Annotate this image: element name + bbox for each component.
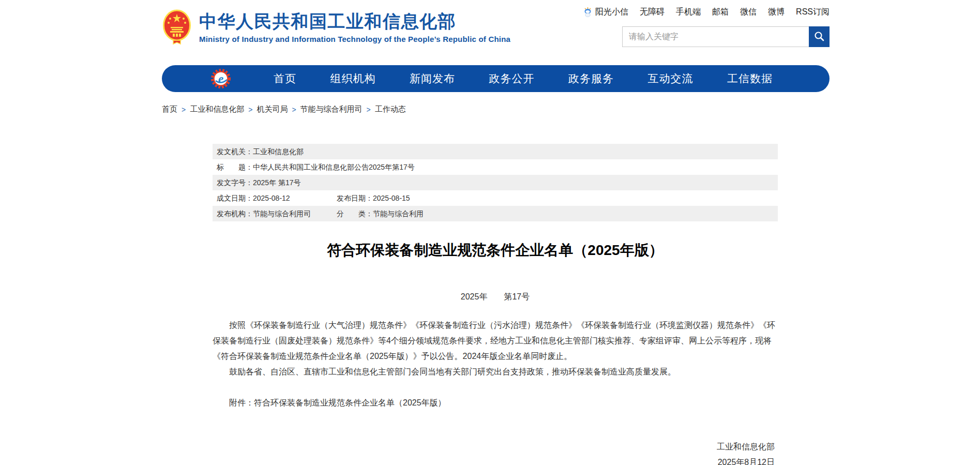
nav-item-miit-data[interactable]: 工信数据 bbox=[727, 71, 773, 86]
meta-value: 2025-08-15 bbox=[373, 190, 410, 206]
meta-label: 发布日期： bbox=[337, 190, 373, 206]
attachment-link[interactable]: 附件：符合环保装备制造业规范条件企业名单（2025年版） bbox=[213, 395, 778, 411]
search-icon bbox=[813, 31, 825, 43]
breadcrumb-separator: > bbox=[292, 106, 296, 114]
meta-value: 2025年 第17号 bbox=[253, 175, 301, 190]
meta-label: 标 题： bbox=[217, 159, 253, 175]
search-bar bbox=[622, 26, 830, 47]
breadcrumb-current: 工作动态 bbox=[375, 104, 406, 114]
meta-value: 节能与综合利用司 bbox=[253, 206, 311, 221]
top-link-rss[interactable]: RSS订阅 bbox=[796, 7, 830, 18]
meta-table: 发文机关： 工业和信息化部 标 题： 中华人民共和国工业和信息化部公告2025年… bbox=[213, 144, 778, 221]
main-nav: e 首页 组织机构 新闻发布 政务公开 政务服务 互动交流 工信数据 bbox=[162, 65, 830, 92]
nav-item-interaction[interactable]: 互动交流 bbox=[648, 71, 693, 86]
miit-logo-icon[interactable]: e bbox=[209, 67, 232, 90]
doc-number: 2025年 第17号 bbox=[213, 289, 778, 305]
breadcrumb-separator: > bbox=[367, 106, 371, 114]
top-link-mail[interactable]: 邮箱 bbox=[712, 7, 729, 18]
page: 中华人民共和国工业和信息化部 Ministry of Industry and … bbox=[0, 0, 980, 465]
breadcrumb-home[interactable]: 首页 bbox=[162, 104, 177, 114]
meta-value: 2025-08-12 bbox=[253, 190, 290, 206]
nav-item-gov-services[interactable]: 政务服务 bbox=[568, 71, 614, 86]
meta-value: 工业和信息化部 bbox=[253, 144, 304, 159]
meta-row: 发文字号： 2025年 第17号 bbox=[213, 175, 778, 190]
article-title: 符合环保装备制造业规范条件企业名单（2025年版） bbox=[213, 240, 778, 261]
meta-label: 发文机关： bbox=[217, 144, 253, 159]
top-link-mobile[interactable]: 手机端 bbox=[676, 7, 701, 18]
nav-items: 首页 组织机构 新闻发布 政务公开 政务服务 互动交流 工信数据 bbox=[232, 71, 830, 86]
meta-label: 发布机构： bbox=[217, 206, 253, 221]
site-title: 中华人民共和国工业和信息化部 bbox=[199, 11, 510, 32]
top-link-label: 阳光小信 bbox=[595, 7, 628, 18]
meta-value: 节能与综合利用 bbox=[373, 206, 424, 221]
signature-org: 工业和信息化部 bbox=[213, 439, 775, 455]
meta-label: 成文日期： bbox=[217, 190, 253, 206]
robot-icon bbox=[583, 7, 593, 17]
national-emblem-icon bbox=[163, 9, 191, 46]
meta-row: 成文日期： 2025-08-12 发布日期： 2025-08-15 bbox=[213, 190, 778, 206]
search-input[interactable] bbox=[622, 26, 809, 47]
meta-row: 发文机关： 工业和信息化部 bbox=[213, 144, 778, 159]
signature-date: 2025年8月12日 bbox=[213, 455, 775, 465]
site-subtitle: Ministry of Industry and Information Tec… bbox=[199, 35, 510, 43]
breadcrumb-separator: > bbox=[248, 106, 252, 114]
meta-row: 发布机构： 节能与综合利用司 分 类： 节能与综合利用 bbox=[213, 206, 778, 221]
brand: 中华人民共和国工业和信息化部 Ministry of Industry and … bbox=[163, 8, 510, 46]
nav-item-organization[interactable]: 组织机构 bbox=[330, 71, 376, 86]
header-right: 阳光小信 无障碍 手机端 邮箱 微信 微博 RSS订阅 bbox=[583, 6, 830, 47]
top-link-accessibility[interactable]: 无障碍 bbox=[640, 7, 665, 18]
top-link-wechat[interactable]: 微信 bbox=[740, 7, 757, 18]
meta-label: 发文字号： bbox=[217, 175, 253, 190]
meta-row: 标 题： 中华人民共和国工业和信息化部公告2025年第17号 bbox=[213, 159, 778, 175]
breadcrumb: 首页 > 工业和信息化部 > 机关司局 > 节能与综合利用司 > 工作动态 bbox=[162, 104, 830, 114]
top-link-sunshine-assistant[interactable]: 阳光小信 bbox=[583, 7, 628, 18]
header: 中华人民共和国工业和信息化部 Ministry of Industry and … bbox=[162, 0, 830, 65]
top-link-weibo[interactable]: 微博 bbox=[768, 7, 785, 18]
paragraph: 按照《环保装备制造行业（大气治理）规范条件》《环保装备制造行业（污水治理）规范条… bbox=[213, 318, 778, 364]
breadcrumb-separator: > bbox=[182, 106, 186, 114]
breadcrumb-energy-dept[interactable]: 节能与综合利用司 bbox=[300, 104, 363, 114]
article-body: 按照《环保装备制造行业（大气治理）规范条件》《环保装备制造行业（污水治理）规范条… bbox=[213, 318, 778, 380]
nav-item-gov-disclosure[interactable]: 政务公开 bbox=[489, 71, 535, 86]
meta-label: 分 类： bbox=[337, 206, 373, 221]
top-links: 阳光小信 无障碍 手机端 邮箱 微信 微博 RSS订阅 bbox=[583, 6, 830, 18]
breadcrumb-miit[interactable]: 工业和信息化部 bbox=[190, 104, 244, 114]
meta-value: 中华人民共和国工业和信息化部公告2025年第17号 bbox=[253, 159, 415, 175]
paragraph: 鼓励各省、自治区、直辖市工业和信息化主管部门会同当地有关部门研究出台支持政策，推… bbox=[213, 364, 778, 380]
document: 发文机关： 工业和信息化部 标 题： 中华人民共和国工业和信息化部公告2025年… bbox=[213, 144, 778, 465]
nav-item-news[interactable]: 新闻发布 bbox=[410, 71, 455, 86]
nav-item-home[interactable]: 首页 bbox=[274, 71, 296, 86]
breadcrumb-departments[interactable]: 机关司局 bbox=[257, 104, 288, 114]
signature-block: 工业和信息化部 2025年8月12日 bbox=[213, 439, 778, 465]
search-button[interactable] bbox=[809, 26, 830, 47]
svg-text:e: e bbox=[218, 72, 223, 85]
